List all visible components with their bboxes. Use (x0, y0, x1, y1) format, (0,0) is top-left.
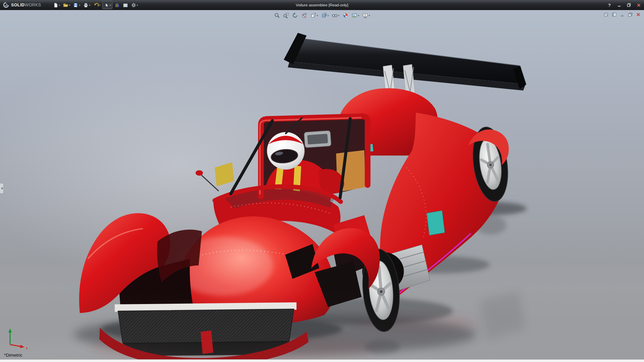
orientation-triad: x (5, 326, 32, 351)
options-caret[interactable]: ▾ (137, 4, 138, 7)
minimize-window-button[interactable] (619, 12, 625, 17)
hide-show-items-icon (332, 12, 338, 18)
minimize-window-icon (620, 12, 625, 17)
title-bar: SOLIDWORKS ▾ ▾ ▾ (0, 0, 644, 10)
view-orientation-caret[interactable]: ▾ (317, 14, 318, 17)
window-controls: ? (606, 0, 642, 10)
apply-scene-icon (352, 12, 358, 18)
minimize-button[interactable] (616, 2, 623, 8)
restore-icon (627, 3, 631, 7)
document-window-controls (603, 12, 641, 17)
cascade-windows-button[interactable] (603, 12, 609, 17)
hide-show-items-caret[interactable]: ▾ (338, 14, 339, 17)
save-icon (73, 2, 78, 8)
undo-icon (93, 2, 99, 8)
triad-x-label: x (26, 346, 28, 350)
race-car-model[interactable] (79, 33, 526, 359)
zoom-to-area-icon (283, 12, 289, 18)
minimize-icon (617, 3, 621, 7)
zoom-to-fit-icon (274, 12, 280, 18)
view-settings-button[interactable]: ▾ (362, 11, 370, 19)
status-bar (0, 359, 644, 362)
restore-window-button[interactable] (627, 12, 633, 17)
view-orientation-button[interactable]: ▾ (310, 11, 318, 19)
solidworks-logo-icon (3, 2, 9, 8)
triad-x-axis (10, 345, 21, 347)
help-icon: ? (608, 3, 611, 8)
open-button[interactable]: ▾ (62, 1, 71, 9)
apply-scene-caret[interactable]: ▾ (358, 14, 359, 17)
save-button[interactable]: ▾ (72, 1, 81, 9)
application-brand: SOLIDWORKS (0, 2, 46, 8)
zoom-to-fit-button[interactable] (274, 11, 280, 19)
display-style-button[interactable]: ▾ (321, 11, 329, 19)
close-window-icon (636, 12, 641, 17)
section-view-button[interactable] (301, 11, 308, 19)
display-style-caret[interactable]: ▾ (327, 14, 329, 17)
open-folder-icon (63, 2, 68, 8)
apply-scene-button[interactable]: ▾ (351, 11, 360, 19)
select-caret[interactable]: ▾ (110, 4, 111, 7)
zoom-to-area-button[interactable] (283, 11, 289, 19)
restore-button[interactable] (626, 2, 632, 8)
collapse-arrow-icon (1, 187, 3, 190)
select-cursor-icon (104, 2, 109, 8)
previous-view-icon (292, 12, 298, 18)
undo-button[interactable]: ▾ (92, 1, 102, 9)
edit-appearance-button[interactable] (342, 11, 349, 19)
design-table-button[interactable] (121, 1, 129, 9)
feature-manager-collapse-tab[interactable] (0, 183, 4, 194)
restore-window-icon (628, 12, 633, 17)
new-document-caret[interactable]: ▾ (59, 4, 60, 7)
view-settings-icon (362, 12, 368, 18)
rear-view-mirror[interactable] (304, 130, 331, 147)
print-caret[interactable]: ▾ (89, 4, 90, 7)
display-colors-button[interactable] (113, 1, 121, 9)
display-style-icon (321, 12, 327, 18)
open-caret[interactable]: ▾ (69, 4, 70, 7)
interior-panel-yellow[interactable] (215, 162, 234, 186)
undo-caret[interactable]: ▾ (99, 4, 101, 7)
viewport-canvas[interactable] (0, 10, 644, 359)
graphics-viewport[interactable]: ▾ ▾ ▾ (0, 10, 644, 359)
view-orientation-icon (310, 12, 316, 18)
cascade-windows-icon (604, 12, 608, 17)
triad-y-axis (8, 328, 12, 333)
hide-show-items-button[interactable]: ▾ (331, 11, 340, 19)
splitter-post[interactable] (201, 330, 213, 354)
new-document-icon (53, 2, 58, 8)
help-button[interactable]: ? (606, 2, 613, 8)
close-button[interactable] (635, 2, 642, 8)
edit-appearance-icon (342, 12, 348, 18)
print-icon (83, 2, 89, 8)
close-window-button[interactable] (635, 12, 641, 17)
show-pane-button[interactable] (611, 12, 617, 17)
window-title: Voiture assemblee [Read-only] (296, 3, 348, 7)
brand-solid: SOLID (11, 3, 24, 7)
view-orientation-label: *Dimetric (4, 353, 22, 358)
options-button[interactable]: ▾ (130, 1, 139, 9)
options-gear-icon (131, 2, 137, 8)
section-view-icon (301, 12, 307, 18)
brand-works: WORKS (24, 3, 41, 7)
new-document-button[interactable]: ▾ (52, 1, 61, 9)
design-table-icon (122, 2, 128, 8)
previous-view-button[interactable] (292, 11, 299, 19)
main-toolbar: ▾ ▾ ▾ ▾ ▾ (52, 1, 139, 9)
heads-up-view-toolbar: ▾ ▾ ▾ (274, 11, 370, 19)
show-pane-icon (612, 12, 616, 17)
display-colors-icon (114, 2, 120, 8)
select-button[interactable]: ▾ (102, 1, 112, 9)
close-icon (637, 3, 641, 7)
side-panel-teal[interactable] (427, 210, 445, 235)
save-caret[interactable]: ▾ (79, 4, 80, 7)
view-settings-caret[interactable]: ▾ (369, 14, 370, 17)
print-button[interactable]: ▾ (82, 1, 91, 9)
side-mirror[interactable] (196, 170, 219, 191)
brand-text: SOLIDWORKS (11, 3, 41, 7)
